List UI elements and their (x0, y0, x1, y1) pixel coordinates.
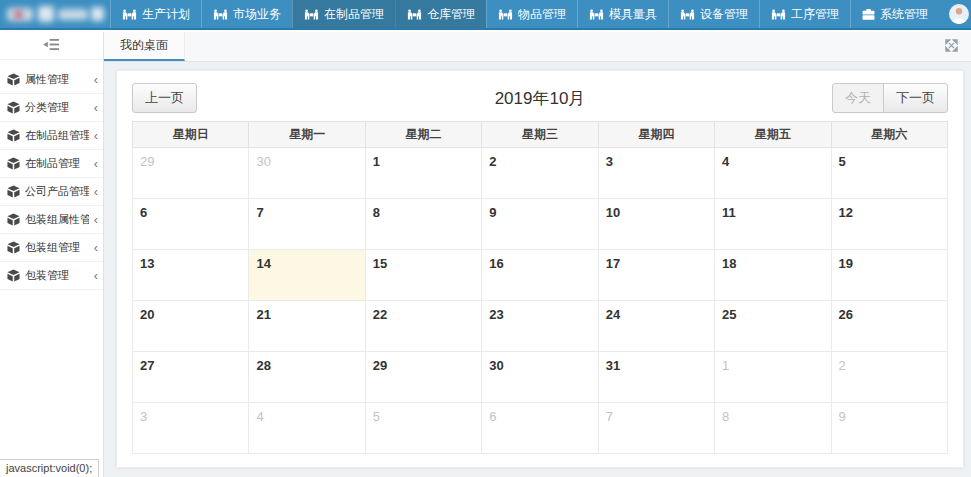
chevron-left-icon: ‹ (94, 241, 98, 254)
weekday-header: 星期六 (831, 122, 947, 148)
sidebar-item-label: 包装组属性管理 (25, 212, 89, 227)
day-number: 20 (140, 307, 154, 322)
day-number: 9 (489, 205, 496, 220)
day-number: 26 (839, 307, 853, 322)
day-number: 30 (256, 154, 270, 169)
sidebar-item-label: 属性管理 (25, 72, 69, 87)
day-number: 12 (839, 205, 853, 220)
day-number: 22 (373, 307, 387, 322)
calendar-day-cell: 19 (831, 250, 947, 301)
sidebar-item[interactable]: 包装组属性管理‹ (0, 206, 103, 234)
day-number: 5 (839, 154, 846, 169)
briefcase-icon (862, 9, 875, 20)
weekday-header: 星期三 (482, 122, 598, 148)
workers-icon (498, 9, 513, 20)
weekday-header: 星期二 (365, 122, 481, 148)
nav-item[interactable]: 模具量具 (577, 0, 668, 28)
cube-icon (7, 129, 20, 142)
calendar-day-cell: 10 (598, 199, 714, 250)
calendar-day-cell: 7 (249, 199, 365, 250)
prev-page-button[interactable]: 上一页 (132, 83, 197, 113)
app-window: 生产计划市场业务在制品管理仓库管理物品管理模具量具设备管理工序管理系统管理 管理… (0, 0, 971, 477)
weekday-header: 星期一 (249, 122, 365, 148)
calendar-day-cell: 26 (831, 301, 947, 352)
sidebar-item-label: 包装管理 (25, 268, 69, 283)
nav-item[interactable]: 设备管理 (668, 0, 759, 28)
day-number: 3 (606, 154, 613, 169)
calendar-day-cell: 18 (715, 250, 831, 301)
nav-item-label: 系统管理 (880, 6, 928, 23)
nav-item-label: 仓库管理 (427, 6, 475, 23)
sidebar-item[interactable]: 属性管理‹ (0, 66, 103, 94)
day-number: 14 (256, 256, 270, 271)
nav-item[interactable]: 物品管理 (486, 0, 577, 28)
fullscreen-button[interactable] (945, 32, 971, 61)
sidebar-item-label: 在制品管理 (25, 156, 80, 171)
cube-icon (7, 269, 20, 282)
tab-my-desktop[interactable]: 我的桌面 (104, 32, 185, 61)
avatar (949, 4, 969, 24)
calendar-day-cell: 27 (133, 352, 249, 403)
cube-icon (7, 73, 20, 86)
calendar-day-cell: 23 (482, 301, 598, 352)
day-number: 24 (606, 307, 620, 322)
weekday-header: 星期五 (715, 122, 831, 148)
user-menu[interactable]: 管理员[管理员] (939, 0, 971, 28)
day-number: 27 (140, 358, 154, 373)
calendar-day-cell: 16 (482, 250, 598, 301)
sidebar-item[interactable]: 在制品管理‹ (0, 150, 103, 178)
calendar-day-cell: 9 (482, 199, 598, 250)
day-number: 6 (140, 205, 147, 220)
sidebar-item[interactable]: 包装管理‹ (0, 262, 103, 290)
calendar-day-cell: 22 (365, 301, 481, 352)
tab-bar: 我的桌面 (104, 32, 971, 62)
chevron-left-icon: ‹ (94, 157, 98, 170)
main-area: 我的桌面 (104, 32, 971, 477)
chevron-left-icon: ‹ (94, 269, 98, 282)
sidebar-item[interactable]: 公司产品管理‹ (0, 178, 103, 206)
nav-item[interactable]: 系统管理 (850, 0, 939, 28)
calendar-day-cell: 2 (831, 352, 947, 403)
calendar-title: 2019年10月 (132, 87, 948, 110)
calendar-nav-group: 今天 下一页 (832, 83, 948, 113)
nav-item-label: 工序管理 (791, 6, 839, 23)
calendar-day-cell: 17 (598, 250, 714, 301)
nav-item[interactable]: 在制品管理 (292, 0, 395, 28)
nav-item-label: 在制品管理 (324, 6, 384, 23)
day-number: 18 (722, 256, 736, 271)
cube-icon (7, 157, 20, 170)
calendar-day-cell: 24 (598, 301, 714, 352)
day-number: 28 (256, 358, 270, 373)
tab-label: 我的桌面 (120, 37, 168, 54)
workers-icon (122, 9, 137, 20)
workers-icon (589, 9, 604, 20)
day-number: 13 (140, 256, 154, 271)
day-number: 9 (839, 409, 846, 424)
next-page-button[interactable]: 下一页 (883, 83, 948, 113)
app-logo (0, 0, 110, 28)
nav-item[interactable]: 工序管理 (759, 0, 850, 28)
sidebar-item[interactable]: 包装组管理‹ (0, 234, 103, 262)
sidebar-collapse-button[interactable] (0, 32, 103, 60)
chevron-left-icon: ‹ (94, 213, 98, 226)
calendar-header: 上一页 2019年10月 今天 下一页 (132, 81, 948, 115)
calendar-day-cell: 28 (249, 352, 365, 403)
calendar-day-cell: 7 (598, 403, 714, 454)
nav-item[interactable]: 市场业务 (201, 0, 292, 28)
sidebar-item-label: 分类管理 (25, 100, 69, 115)
calendar-day-cell: 3 (133, 403, 249, 454)
day-number: 25 (722, 307, 736, 322)
today-button[interactable]: 今天 (832, 83, 884, 113)
calendar-day-cell: 9 (831, 403, 947, 454)
calendar-table: 星期日星期一星期二星期三星期四星期五星期六 293012345678910111… (132, 121, 948, 454)
nav-item[interactable]: 仓库管理 (395, 0, 486, 28)
sidebar-item[interactable]: 在制品组管理‹ (0, 122, 103, 150)
calendar-day-cell: 30 (482, 352, 598, 403)
day-number: 11 (722, 205, 736, 220)
cube-icon (7, 185, 20, 198)
calendar-day-cell: 29 (133, 148, 249, 199)
top-navbar: 生产计划市场业务在制品管理仓库管理物品管理模具量具设备管理工序管理系统管理 管理… (0, 0, 971, 30)
sidebar-item[interactable]: 分类管理‹ (0, 94, 103, 122)
nav-item[interactable]: 生产计划 (110, 0, 201, 28)
day-number: 19 (839, 256, 853, 271)
